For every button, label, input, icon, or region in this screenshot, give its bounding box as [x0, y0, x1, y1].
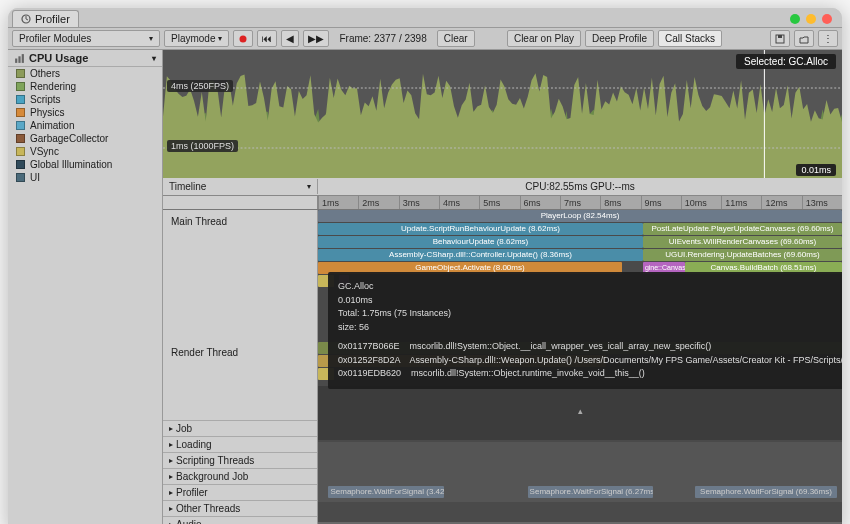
- svg-rect-4: [15, 58, 17, 62]
- profiler-icon: [21, 14, 31, 24]
- category-ui[interactable]: UI: [8, 171, 162, 184]
- cpu-chart[interactable]: 4ms (250FPS) 1ms (1000FPS) Selected: GC.…: [163, 50, 842, 178]
- category-animation[interactable]: Animation: [8, 119, 162, 132]
- bar-scriptrun[interactable]: Update.ScriptRunBehaviourUpdate (8.62ms): [318, 223, 643, 235]
- frame-prev-button[interactable]: ◀: [281, 30, 299, 47]
- timeline-bar: Timeline▾ CPU:82.55ms GPU:--ms: [163, 178, 842, 196]
- toolbar: Profiler Modules▾ Playmode▾ ⏮ ◀ ▶▶ Frame…: [8, 28, 842, 50]
- menu-icon[interactable]: ⋮: [818, 30, 838, 47]
- main-thread-label[interactable]: Main Thread: [163, 210, 317, 233]
- fold-background-job[interactable]: Background Job: [163, 468, 317, 484]
- timeline-lane[interactable]: PlayerLoop (82.54ms) Update.ScriptRunBeh…: [318, 210, 842, 524]
- thread-column: Main Thread Render Thread JobLoadingScri…: [163, 210, 318, 524]
- profiler-window: Profiler Profiler Modules▾ Playmode▾ ⏮ ◀…: [8, 8, 842, 524]
- save-icon[interactable]: [770, 30, 790, 47]
- fold-scripting-threads[interactable]: Scripting Threads: [163, 452, 317, 468]
- bar-playerloop[interactable]: PlayerLoop (82.54ms): [318, 210, 842, 222]
- frame-first-button[interactable]: ⏮: [257, 30, 277, 47]
- category-rendering[interactable]: Rendering: [8, 80, 162, 93]
- fold-other-threads[interactable]: Other Threads: [163, 500, 317, 516]
- frame-next-button[interactable]: ▶▶: [303, 30, 329, 47]
- cpu-usage-header[interactable]: CPU Usage ▾: [8, 50, 162, 67]
- bar-behupdate[interactable]: BehaviourUpdate (8.62ms): [318, 236, 643, 248]
- category-vsync[interactable]: VSync: [8, 145, 162, 158]
- category-physics[interactable]: Physics: [8, 106, 162, 119]
- fold-job[interactable]: Job: [163, 420, 317, 436]
- playmode-dropdown[interactable]: Playmode▾: [164, 30, 229, 47]
- frame-info: Frame: 2377 / 2398: [333, 30, 432, 47]
- tracks-area[interactable]: Main Thread Render Thread JobLoadingScri…: [163, 210, 842, 524]
- category-garbagecollector[interactable]: GarbageCollector: [8, 132, 162, 145]
- minimize-button[interactable]: [806, 14, 816, 24]
- chart-icon: [14, 53, 25, 64]
- chart-svg: [163, 50, 842, 178]
- sidebar: CPU Usage ▾ OthersRenderingScriptsPhysic…: [8, 50, 163, 524]
- category-others[interactable]: Others: [8, 67, 162, 80]
- bar-sem2[interactable]: Semaphore.WaitForSignal (6.27ms): [528, 486, 654, 498]
- tab-label: Profiler: [35, 13, 70, 25]
- maximize-button[interactable]: [790, 14, 800, 24]
- bar-ugui[interactable]: UGUI.Rendering.UpdateBatches (69.60ms): [643, 249, 842, 261]
- collapse-handle[interactable]: ▴: [578, 406, 583, 416]
- fold-profiler[interactable]: Profiler: [163, 484, 317, 500]
- bar-controller[interactable]: Assembly-CSharp.dll!::Controller.Update(…: [318, 249, 643, 261]
- category-global illumination[interactable]: Global Illumination: [8, 158, 162, 171]
- svg-rect-3: [778, 35, 782, 38]
- load-icon[interactable]: [794, 30, 814, 47]
- clear-on-play-button[interactable]: Clear on Play: [507, 30, 581, 47]
- selected-badge: Selected: GC.Alloc: [736, 54, 836, 69]
- svg-rect-6: [22, 54, 24, 63]
- deep-profile-button[interactable]: Deep Profile: [585, 30, 654, 47]
- svg-rect-5: [18, 56, 20, 63]
- guide-1000fps: 1ms (1000FPS): [167, 140, 238, 152]
- tab-profiler[interactable]: Profiler: [12, 10, 79, 27]
- category-scripts[interactable]: Scripts: [8, 93, 162, 106]
- tab-bar: Profiler: [8, 8, 842, 28]
- call-stacks-button[interactable]: Call Stacks: [658, 30, 722, 47]
- record-button[interactable]: [233, 30, 253, 47]
- window-controls: [790, 14, 832, 24]
- profiler-modules-dropdown[interactable]: Profiler Modules▾: [12, 30, 160, 47]
- close-button[interactable]: [822, 14, 832, 24]
- bar-sem1[interactable]: Semaphore.WaitForSignal (3.42ms): [328, 486, 443, 498]
- guide-250fps: 4ms (250FPS): [167, 80, 233, 92]
- bar-uievents[interactable]: UIEvents.WillRenderCanvases (69.60ms): [643, 236, 842, 248]
- render-thread-label[interactable]: Render Thread: [163, 341, 317, 364]
- main-panel: 4ms (250FPS) 1ms (1000FPS) Selected: GC.…: [163, 50, 842, 524]
- clear-button[interactable]: Clear: [437, 30, 475, 47]
- svg-point-1: [240, 35, 247, 42]
- cpu-gpu-stats: CPU:82.55ms GPU:--ms: [318, 181, 842, 192]
- bar-postlate[interactable]: PostLateUpdate.PlayerUpdateCanvases (69.…: [643, 223, 842, 235]
- tooltip: GC.Alloc 0.010ms Total: 1.75ms (75 Insta…: [328, 272, 842, 389]
- bar-sem3[interactable]: Semaphore.WaitForSignal (69.36ms): [695, 486, 836, 498]
- fold-audio[interactable]: Audio: [163, 516, 317, 524]
- fold-loading[interactable]: Loading: [163, 436, 317, 452]
- time-ruler[interactable]: 1ms2ms3ms4ms5ms6ms7ms8ms9ms10ms11ms12ms1…: [163, 196, 842, 210]
- cursor-ms: 0.01ms: [796, 164, 836, 176]
- view-dropdown[interactable]: Timeline▾: [163, 179, 318, 194]
